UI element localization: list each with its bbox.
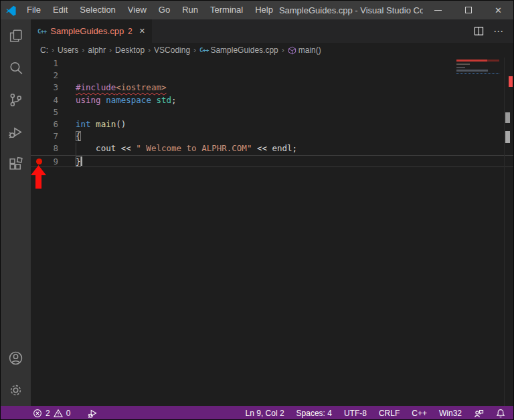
breadcrumb-segment[interactable]: alphr xyxy=(88,45,106,55)
code-line[interactable]: 5 xyxy=(31,106,513,118)
minimize-icon xyxy=(434,10,442,11)
menu-view[interactable]: View xyxy=(122,1,153,19)
error-count[interactable]: 2 xyxy=(46,409,50,418)
search-icon[interactable] xyxy=(1,51,31,84)
status-encoding[interactable]: UTF-8 xyxy=(344,409,367,418)
breadcrumb-segment[interactable]: VSCoding xyxy=(154,45,190,55)
overview-ruler[interactable] xyxy=(504,58,513,406)
line-number[interactable]: 4 xyxy=(31,94,58,106)
code-token: cout << xyxy=(76,143,136,153)
warnings-icon[interactable] xyxy=(54,409,63,418)
code-token: namespace xyxy=(106,95,151,105)
cpp-file-icon: C++ xyxy=(199,47,208,54)
code-line[interactable]: 6int main() xyxy=(31,118,513,130)
vscode-window: FileEditSelectionViewGoRunTerminalHelp S… xyxy=(0,0,514,420)
breadcrumb-chevron-icon: › xyxy=(80,45,86,55)
feedback-icon[interactable] xyxy=(474,409,484,419)
menu-edit[interactable]: Edit xyxy=(47,1,74,19)
breakpoint-dot[interactable] xyxy=(36,159,42,165)
code-line[interactable]: 9} xyxy=(31,155,513,167)
tab-bar: C++ SampleGuides.cpp 2 ✕ ⋯ xyxy=(31,19,513,43)
status-language-mode[interactable]: C++ xyxy=(412,409,427,418)
code-editor[interactable]: 123#include<iostream>4using namespace st… xyxy=(31,58,513,406)
code-line[interactable]: 3#include<iostream> xyxy=(31,82,513,94)
minimap-highlight-line xyxy=(456,73,499,74)
code-text: cout << " Welcome to ALPHR.COM" << endl; xyxy=(58,142,297,154)
line-number[interactable]: 7 xyxy=(31,130,58,142)
code-text: #include<iostream> xyxy=(58,82,166,94)
text-cursor xyxy=(81,156,82,166)
code-token: #include xyxy=(76,82,116,92)
line-number[interactable]: 8 xyxy=(31,142,58,154)
status-eol[interactable]: CRLF xyxy=(379,409,400,418)
code-line[interactable]: 8 cout << " Welcome to ALPHR.COM" << end… xyxy=(31,142,513,154)
more-actions-icon[interactable]: ⋯ xyxy=(493,25,504,37)
status-platform[interactable]: Win32 xyxy=(439,409,462,418)
bell-icon[interactable] xyxy=(496,409,505,418)
tab-sampleguides-cpp[interactable]: C++ SampleGuides.cpp 2 ✕ xyxy=(31,19,152,43)
menu-run[interactable]: Run xyxy=(176,1,204,19)
breadcrumb-segment[interactable]: Users xyxy=(58,45,78,55)
code-token: ; xyxy=(171,95,177,105)
activity-bar xyxy=(1,19,31,406)
extensions-icon[interactable] xyxy=(1,148,31,180)
line-number[interactable]: 6 xyxy=(31,118,58,130)
account-icon[interactable] xyxy=(1,342,31,374)
line-number[interactable]: 1 xyxy=(31,58,58,70)
symbol-method-icon xyxy=(288,46,296,55)
breadcrumb-file[interactable]: SampleGuides.cpp xyxy=(210,45,278,55)
close-button[interactable]: ✕ xyxy=(483,1,513,19)
source-control-icon[interactable] xyxy=(1,84,31,116)
code-token: " Welcome to ALPHR.COM" xyxy=(136,143,252,153)
breadcrumb-chevron-icon: › xyxy=(280,45,286,55)
breadcrumb-symbol[interactable]: main() xyxy=(298,45,321,55)
code-text xyxy=(58,106,76,118)
code-token xyxy=(91,119,96,129)
status-cursor-position[interactable]: Ln 9, Col 2 xyxy=(246,409,284,418)
bracket-match: { xyxy=(76,131,81,141)
tab-close-icon[interactable]: ✕ xyxy=(139,27,145,35)
tab-spacer xyxy=(152,19,474,43)
errors-icon[interactable] xyxy=(33,409,42,418)
status-indentation[interactable]: Spaces: 4 xyxy=(296,409,332,418)
ruler-error-marker xyxy=(509,76,513,87)
annotation-arrow-icon xyxy=(31,165,46,192)
menu-help[interactable]: Help xyxy=(249,1,279,19)
code-line[interactable]: 2 xyxy=(31,70,513,82)
minimap-error-line xyxy=(456,60,487,62)
code-token: std xyxy=(156,95,171,105)
breadcrumb-chevron-icon: › xyxy=(192,45,197,55)
minimap[interactable] xyxy=(456,58,499,145)
minimize-button[interactable] xyxy=(423,1,453,19)
line-number[interactable]: 5 xyxy=(31,106,58,118)
run-debug-icon[interactable] xyxy=(1,116,31,148)
menu-terminal[interactable]: Terminal xyxy=(204,1,249,19)
code-line[interactable]: 4using namespace std; xyxy=(31,94,513,106)
settings-gear-icon[interactable] xyxy=(1,374,31,406)
close-icon: ✕ xyxy=(495,5,502,15)
bracket-match: } xyxy=(76,156,81,167)
code-token: << endl; xyxy=(252,143,297,153)
split-editor-icon[interactable] xyxy=(474,26,484,36)
status-left: 2 0 xyxy=(1,409,98,419)
code-line[interactable]: 7{ xyxy=(31,130,513,142)
menu-go[interactable]: Go xyxy=(153,1,176,19)
menu-selection[interactable]: Selection xyxy=(74,1,121,19)
tab-problems-badge: 2 xyxy=(128,27,133,36)
menu-file[interactable]: File xyxy=(21,1,47,19)
breadcrumb-segment[interactable]: Desktop xyxy=(115,45,145,55)
line-number[interactable]: 2 xyxy=(31,70,58,82)
line-number[interactable]: 3 xyxy=(31,82,58,94)
code-token: () xyxy=(116,119,126,129)
code-line[interactable]: 1 xyxy=(31,58,513,70)
explorer-icon[interactable] xyxy=(1,19,31,51)
breadcrumb-segments: C:›Users›alphr›Desktop›VSCoding› xyxy=(40,45,197,55)
breadcrumb-segment[interactable]: C: xyxy=(40,45,48,55)
ruler-marker xyxy=(505,112,510,123)
debug-status-icon[interactable] xyxy=(88,409,98,419)
menubar: FileEditSelectionViewGoRunTerminalHelp xyxy=(21,1,279,19)
minimap-error-line-dark xyxy=(487,60,499,62)
maximize-button[interactable] xyxy=(453,1,483,19)
warning-count[interactable]: 0 xyxy=(66,409,71,418)
cpp-file-icon: C++ xyxy=(37,28,46,35)
